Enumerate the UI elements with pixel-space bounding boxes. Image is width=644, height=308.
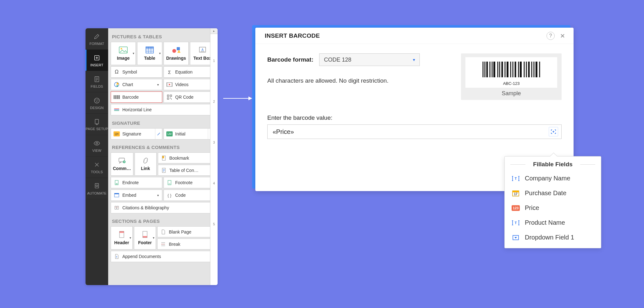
tile-label: Drawings: [166, 56, 186, 61]
field-label: Price: [525, 204, 539, 212]
citations-icon: [114, 205, 120, 211]
code-icon: { }: [166, 192, 173, 198]
append-documents-button[interactable]: Append Documents: [111, 251, 215, 262]
footer-button[interactable]: ▾ Footer: [134, 226, 156, 250]
sidebar-item-page-setup[interactable]: PAGE SETUP: [86, 114, 108, 135]
sidebar-item-tools[interactable]: TOOLS: [86, 157, 108, 178]
blank-page-button[interactable]: Blank Page: [157, 226, 215, 237]
sidebar-item-fields[interactable]: FIELDS: [86, 71, 108, 92]
close-icon[interactable]: [558, 31, 567, 41]
barcode-value-input[interactable]: «Price»: [267, 124, 562, 139]
initial-button[interactable]: LM Initial: [164, 128, 215, 140]
barcode-button[interactable]: Barcode: [111, 91, 162, 103]
videos-button[interactable]: Videos: [164, 79, 215, 90]
field-option-company-name[interactable]: T Company Name: [505, 171, 601, 186]
svg-text:A: A: [202, 48, 204, 52]
sidebar-item-view[interactable]: VIEW: [86, 135, 108, 157]
tile-label: Initial: [175, 131, 186, 136]
drawings-button[interactable]: Drawings: [164, 42, 189, 65]
horizontal-line-button[interactable]: Horizontal Line: [111, 104, 215, 115]
embed-button[interactable]: Embed ▾: [111, 190, 162, 201]
help-icon[interactable]: ?: [547, 32, 555, 40]
svg-rect-29: [171, 99, 172, 99]
comment-button[interactable]: Comm…: [111, 152, 133, 176]
sidebar-label: FORMAT: [90, 42, 104, 46]
footer-icon: [142, 231, 148, 239]
section-title-pictures-tables: PICTURES & TABLES: [111, 30, 215, 42]
drawings-icon: [172, 47, 180, 54]
text-field-icon: T: [512, 175, 520, 182]
tile-label: Barcode: [122, 95, 139, 100]
equation-icon: Σ: [166, 69, 173, 75]
equation-button[interactable]: Σ Equation: [164, 66, 215, 78]
field-option-product-name[interactable]: T Product Name: [505, 215, 601, 230]
citations-button[interactable]: Citations & Bibliography: [111, 202, 215, 213]
sidebar: FORMAT INSERT FIELDS DESIGN PAGE SETUP V…: [86, 28, 108, 285]
link-button[interactable]: Link: [135, 152, 157, 176]
svg-rect-25: [167, 95, 169, 96]
svg-point-5: [97, 101, 97, 102]
tile-label: Footnote: [175, 180, 192, 185]
sidebar-item-automate[interactable]: AUTOMATE: [86, 178, 108, 199]
field-option-price[interactable]: 123 Price: [505, 201, 601, 215]
table-button[interactable]: ▾ Table: [137, 42, 162, 65]
tile-label: Table of Con…: [169, 168, 199, 173]
tile-label: Text Box: [193, 56, 212, 61]
tile-label: QR Code: [175, 95, 193, 100]
collapse-ruler-icon[interactable]: ▸: [210, 28, 218, 34]
sidebar-item-design[interactable]: DESIGN: [86, 92, 108, 114]
format-hint: All characters are allowed. No digit res…: [267, 77, 448, 84]
dropdown-caret-icon: ▾: [157, 194, 159, 197]
signature-button[interactable]: Qn Signature: [111, 128, 162, 140]
barcode-sample-icon: [475, 60, 547, 79]
sidebar-label: TOOLS: [91, 170, 103, 174]
tile-label: Comm…: [113, 166, 131, 171]
chart-icon: [114, 81, 120, 88]
barcode-preview: ABC-123 Sample: [461, 53, 562, 100]
tile-label: Image: [117, 56, 130, 61]
textbox-icon: A: [199, 47, 206, 54]
fields-icon: [93, 75, 101, 83]
sidebar-label: FIELDS: [91, 85, 103, 88]
sidebar-item-insert[interactable]: INSERT: [86, 50, 108, 71]
sidebar-item-format[interactable]: FORMAT: [86, 28, 108, 50]
field-option-dropdown-1[interactable]: Dropdown Field 1: [505, 230, 601, 245]
bookmark-button[interactable]: Bookmark: [158, 152, 215, 163]
tile-label: Symbol: [122, 69, 137, 74]
tile-label: Bookmark: [169, 156, 189, 161]
header-button[interactable]: ▾ Header: [111, 226, 133, 250]
endnote-button[interactable]: Endnote: [111, 177, 162, 188]
qrcode-button[interactable]: QR Code: [164, 91, 215, 103]
footnote-button[interactable]: Footnote: [164, 177, 215, 188]
view-icon: [93, 139, 101, 147]
insert-field-button[interactable]: [549, 127, 558, 136]
page-setup-icon: [93, 118, 101, 126]
edit-icon[interactable]: [155, 129, 162, 139]
blank-page-icon: [160, 229, 166, 235]
footnote-icon: [166, 179, 173, 186]
svg-marker-24: [169, 84, 170, 85]
tile-label: Signature: [122, 131, 141, 136]
tile-label: Equation: [175, 69, 192, 74]
svg-point-8: [96, 142, 98, 144]
break-button[interactable]: Break ▾: [157, 239, 215, 250]
field-option-purchase-date[interactable]: 17 Purchase Date: [505, 186, 601, 201]
field-label: Purchase Date: [525, 190, 566, 197]
section-title-signature: SIGNATURE: [111, 117, 215, 128]
number-field-icon: 123: [512, 205, 520, 212]
tile-label: Videos: [175, 82, 189, 87]
chart-button[interactable]: Chart ▾: [111, 79, 162, 90]
symbol-button[interactable]: Ω Symbol: [111, 66, 162, 78]
section-title-sections-pages: SECTIONS & PAGES: [111, 215, 215, 226]
toc-button[interactable]: Table of Con…: [158, 165, 215, 176]
input-value: «Price»: [273, 128, 294, 135]
barcode-format-select[interactable]: CODE 128 ▾: [319, 53, 420, 66]
code-button[interactable]: { } Code: [164, 190, 215, 201]
svg-marker-16: [177, 47, 180, 50]
videos-icon: [166, 81, 173, 88]
svg-text:T: T: [515, 221, 517, 225]
ruler-mark: 1: [210, 59, 218, 63]
hline-icon: [114, 107, 120, 113]
image-button[interactable]: ▾ Image: [111, 42, 136, 65]
tile-label: Blank Page: [169, 229, 192, 234]
